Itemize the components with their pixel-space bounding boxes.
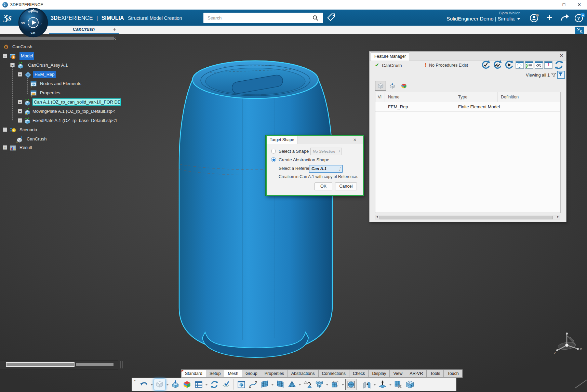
update-icon[interactable] <box>209 379 220 390</box>
ok-button[interactable]: OK <box>315 183 332 190</box>
close-button[interactable]: ✕ <box>572 0 587 10</box>
expander-icon[interactable]: + <box>18 118 22 123</box>
surface-mesh-icon[interactable] <box>259 379 270 390</box>
partition-cube-icon[interactable] <box>330 379 341 390</box>
ellipsis-icon[interactable]: ⋮ <box>338 165 342 172</box>
compute-icon[interactable] <box>504 60 514 70</box>
maximize-button[interactable]: □ <box>556 0 572 10</box>
sweep-mesh-icon[interactable] <box>275 379 286 390</box>
tree-item-nodes-elements[interactable]: Nodes and Elements <box>0 80 120 87</box>
scroll-thumb[interactable] <box>379 216 553 219</box>
ellipsis-icon[interactable]: ⋮ <box>337 148 341 155</box>
mesh-box-icon[interactable] <box>236 379 247 390</box>
numbered-cube-icon[interactable]: 135 <box>404 379 415 390</box>
dropdown-caret-icon[interactable] <box>166 384 169 386</box>
mesh-tools-icon[interactable] <box>393 379 404 390</box>
tree-item-properties[interactable]: Properties <box>0 89 120 97</box>
tab-ar-vr[interactable]: AR-VR <box>406 369 427 378</box>
filter-icon[interactable] <box>551 72 557 78</box>
tree-bottom-scroll-bar[interactable] <box>76 363 114 366</box>
visibility-icon[interactable] <box>535 61 543 69</box>
expander-icon[interactable]: + <box>18 100 22 104</box>
expander-icon[interactable]: − <box>3 127 7 132</box>
tet-mesh-icon[interactable] <box>286 379 297 390</box>
dropdown-caret-icon[interactable] <box>389 384 392 386</box>
expander-icon[interactable]: − <box>3 54 7 58</box>
can-body[interactable] <box>179 61 332 353</box>
tree-item-fixedplate[interactable]: + FixedPlate A.1 (OZ_rp_base_Default.stp… <box>0 117 120 124</box>
fm-tab-import[interactable] <box>387 81 398 91</box>
curve-mesh-icon[interactable] <box>248 379 258 390</box>
tab-standard[interactable]: Standard <box>181 369 206 378</box>
tab-properties[interactable]: Properties <box>261 369 288 378</box>
search-input[interactable] <box>203 13 323 23</box>
collapse-ui-button[interactable] <box>575 27 584 34</box>
tree-item-cancrush-root[interactable]: ⚙ CanCrush <box>0 43 120 51</box>
tab-group[interactable]: Group <box>242 369 261 378</box>
messages-error-icon[interactable]: ! <box>544 61 552 69</box>
dialog-close-icon[interactable]: ✕ <box>351 137 358 143</box>
check-mesh-icon[interactable] <box>221 379 231 390</box>
tab-display[interactable]: Display <box>368 369 390 378</box>
octree-mesh-icon[interactable] <box>345 379 357 390</box>
update-check-icon[interactable] <box>481 60 491 70</box>
filter-active-icon[interactable] <box>557 71 565 79</box>
tag-icon[interactable] <box>326 13 337 23</box>
tab-connections[interactable]: Connections <box>318 369 350 378</box>
select-shape-radio[interactable] <box>271 149 276 153</box>
dropdown-caret-icon[interactable] <box>150 384 153 386</box>
tab-setup[interactable]: Setup <box>206 369 225 378</box>
workspace-selector[interactable]: SolidEngineer Demo | Simulia <box>397 16 520 22</box>
part-shape-icon[interactable] <box>154 379 165 390</box>
tree-item-result[interactable]: + Result <box>0 144 120 151</box>
tab-abstractions[interactable]: Abstractions <box>288 369 319 378</box>
tree-item-fem-rep[interactable]: − FEM_Rep <box>0 71 120 78</box>
tree-bottom-scroll-thumb[interactable] <box>6 362 75 367</box>
expander-icon[interactable]: + <box>3 145 7 150</box>
tree-item-can[interactable]: + Can A.1 (OZ_rp_can_solid_var-10_FOR DE <box>0 98 120 106</box>
create-abstraction-radio[interactable] <box>271 157 276 162</box>
dropdown-caret-icon[interactable] <box>205 384 208 386</box>
dropdown-caret-icon[interactable] <box>298 384 301 386</box>
share-icon[interactable] <box>559 13 570 23</box>
extrude-mesh-icon[interactable] <box>377 379 388 390</box>
cancel-button[interactable]: Cancel <box>335 183 357 190</box>
expander-icon[interactable]: + <box>18 109 22 113</box>
tree-item-scenario-cancrush[interactable]: CanCrush <box>0 135 120 143</box>
tree-item-model[interactable]: − Model <box>0 52 120 60</box>
results-cube-icon[interactable] <box>182 379 192 390</box>
tree-item-scenario[interactable]: − Scenario <box>0 126 120 134</box>
tab-touch[interactable]: Touch <box>443 369 462 378</box>
new-tab-button[interactable]: + <box>111 26 118 33</box>
shape-selection-field[interactable]: No Selection ⋮ <box>310 148 342 155</box>
sync-icon[interactable] <box>554 60 564 70</box>
tab-view[interactable]: View <box>389 369 406 378</box>
fm-horizontal-scrollbar[interactable]: ◂ ▸ <box>375 215 560 219</box>
dropdown-caret-icon[interactable] <box>271 384 274 386</box>
update-all-icon[interactable] <box>492 60 503 70</box>
dialog-minimize-icon[interactable]: – <box>343 137 349 143</box>
scroll-right-icon[interactable]: ▸ <box>557 215 559 218</box>
tree-item-cancrush-assy[interactable]: − CanCrush_Assy A.1 <box>0 62 120 69</box>
search-icon[interactable] <box>312 15 319 21</box>
checklist-icon[interactable] <box>525 61 533 69</box>
convert-mesh-icon[interactable] <box>302 379 313 390</box>
tab-mesh[interactable]: Mesh <box>224 369 242 378</box>
hex-mesh-icon[interactable] <box>314 379 325 390</box>
column-header-name[interactable]: Name <box>385 92 455 102</box>
can-3d-model[interactable] <box>154 51 345 369</box>
tree-item-movingplate[interactable]: + MovingPlate A.1 (OZ_rp_top_Default.stp… <box>0 108 120 115</box>
expander-icon[interactable]: − <box>10 63 15 67</box>
expander-icon[interactable]: − <box>18 72 22 77</box>
help-icon[interactable]: ?A <box>574 13 584 23</box>
scroll-left-icon[interactable]: ◂ <box>376 215 378 218</box>
3ds-logo-icon[interactable]: Ʒs <box>3 12 18 23</box>
3d-compass[interactable]: 3D i' V.R <box>18 8 48 38</box>
orientation-triad[interactable]: X Z <box>551 329 585 359</box>
fm-tab-results[interactable] <box>398 81 409 91</box>
toolbar-overflow-chevron[interactable]: ▾ <box>132 378 138 391</box>
add-content-icon[interactable]: + <box>544 13 555 23</box>
feature-manager-titlebar[interactable]: Feature Manager ✕ <box>370 52 566 60</box>
reference-field[interactable]: Can A.1 ⋮ <box>309 165 343 173</box>
import-mesh-icon[interactable] <box>170 379 181 390</box>
